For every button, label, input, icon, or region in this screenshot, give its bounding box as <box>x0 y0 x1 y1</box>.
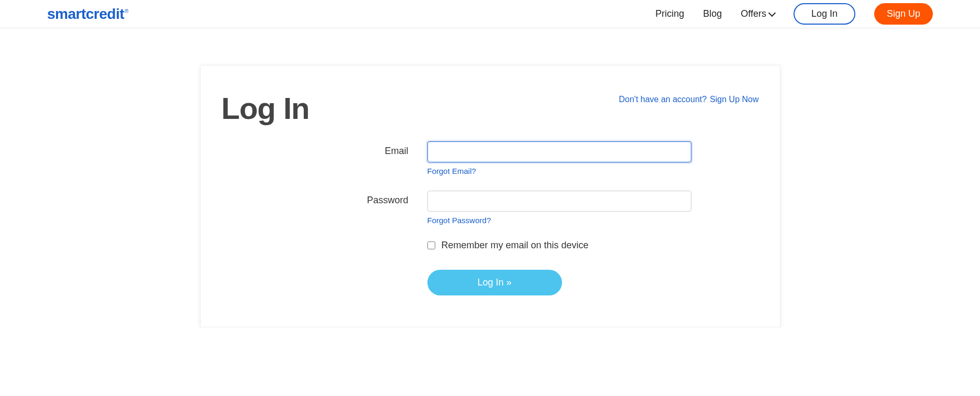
remember-checkbox[interactable] <box>427 241 435 249</box>
brand-name: smartcredit <box>47 6 124 22</box>
password-field-wrap: Forgot Password? <box>427 191 691 225</box>
login-card: Log In Don't have an account? Sign Up No… <box>200 65 780 327</box>
signup-prompt: Don't have an account? Sign Up Now <box>619 95 759 104</box>
remember-row: Remember my email on this device <box>427 240 721 251</box>
chevron-down-icon <box>768 9 776 16</box>
login-submit-button[interactable]: Log In » <box>427 270 562 295</box>
password-row: Password Forgot Password? <box>260 191 721 225</box>
submit-row: Log In » <box>427 270 721 295</box>
nav-login-button[interactable]: Log In <box>794 3 855 25</box>
site-header: smartcredit® Pricing Blog Offers Log In … <box>0 0 980 28</box>
login-form: Email Forgot Email? Password Forgot Pass… <box>260 141 721 295</box>
signup-prompt-text: Don't have an account? <box>619 95 707 104</box>
forgot-password-link[interactable]: Forgot Password? <box>427 216 491 225</box>
email-row: Email Forgot Email? <box>260 141 721 176</box>
email-input[interactable] <box>427 141 691 162</box>
card-header: Log In Don't have an account? Sign Up No… <box>222 91 759 126</box>
brand-registered-mark: ® <box>125 8 128 14</box>
remember-label: Remember my email on this device <box>442 240 589 251</box>
nav-blog[interactable]: Blog <box>703 8 722 19</box>
nav-signup-button[interactable]: Sign Up <box>874 3 933 25</box>
nav-offers-label: Offers <box>741 8 766 19</box>
signup-now-link[interactable]: Sign Up Now <box>710 95 758 104</box>
nav-pricing[interactable]: Pricing <box>655 8 684 19</box>
main-nav: Pricing Blog Offers Log In Sign Up <box>655 3 933 25</box>
password-label: Password <box>260 191 427 206</box>
password-input[interactable] <box>427 191 691 212</box>
page-title: Log In <box>222 91 310 126</box>
brand-logo[interactable]: smartcredit® <box>47 6 128 23</box>
forgot-email-link[interactable]: Forgot Email? <box>427 167 476 175</box>
email-field-wrap: Forgot Email? <box>427 141 691 176</box>
nav-offers[interactable]: Offers <box>741 8 775 19</box>
email-label: Email <box>260 141 427 157</box>
